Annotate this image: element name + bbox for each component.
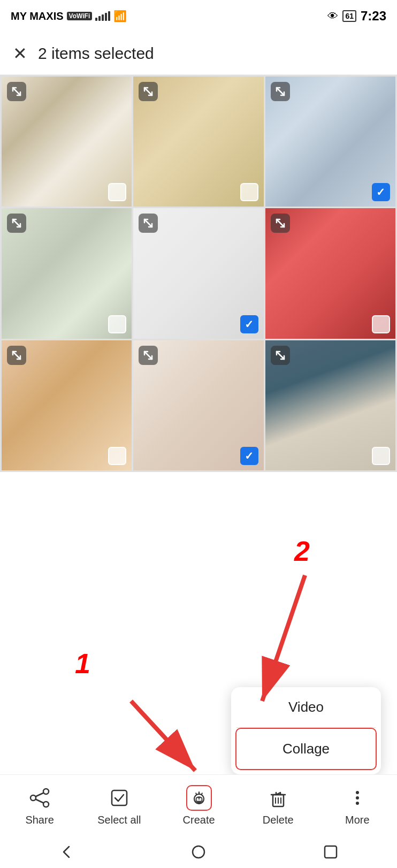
battery-icon: 61 <box>342 10 356 22</box>
carrier-name: MY MAXIS <box>11 10 64 22</box>
photo-checkbox-9[interactable] <box>372 447 390 465</box>
more-icon <box>345 785 370 811</box>
photo-cell-9[interactable] <box>265 340 395 470</box>
photo-checkbox-3[interactable] <box>372 183 390 201</box>
expand-icon-6 <box>271 214 290 233</box>
vowifi-badge: VoWiFi <box>67 12 93 20</box>
svg-point-12 <box>43 789 49 794</box>
create-label: Create <box>183 814 215 826</box>
svg-line-0 <box>13 88 20 95</box>
share-label: Share <box>25 814 54 826</box>
back-button[interactable] <box>50 841 82 863</box>
eye-icon: 👁 <box>327 10 338 22</box>
recents-button[interactable] <box>315 841 347 863</box>
toolbar-more[interactable]: More <box>336 785 379 826</box>
photo-cell-5[interactable] <box>133 208 263 338</box>
toolbar-delete[interactable]: Delete <box>257 785 300 826</box>
photo-cell-3[interactable] <box>265 77 395 207</box>
status-bar: MY MAXIS VoWiFi 📶 👁 61 7:23 <box>0 0 397 32</box>
popup-video-item[interactable]: Video <box>231 687 381 727</box>
photo-cell-1[interactable] <box>2 77 132 207</box>
photo-checkbox-7[interactable] <box>108 447 126 465</box>
selection-header: ✕ 2 items selected <box>0 32 397 75</box>
svg-line-21 <box>201 793 202 794</box>
photo-checkbox-8[interactable] <box>240 447 258 465</box>
share-icon <box>27 785 52 811</box>
photo-grid <box>0 75 397 472</box>
svg-line-1 <box>144 88 152 95</box>
nav-bar <box>0 836 397 868</box>
empty-area <box>0 472 397 579</box>
delete-icon <box>265 785 291 811</box>
svg-point-37 <box>193 846 204 858</box>
expand-icon-9 <box>271 346 290 365</box>
expand-icon-2 <box>139 82 158 101</box>
photo-cell-8[interactable] <box>133 340 263 470</box>
photo-checkbox-2[interactable] <box>240 183 258 201</box>
expand-icon-4 <box>7 214 26 233</box>
photo-checkbox-4[interactable] <box>108 315 126 333</box>
toolbar-select-all[interactable]: Select all <box>97 785 141 826</box>
photo-cell-7[interactable] <box>2 340 132 470</box>
svg-line-3 <box>13 219 20 227</box>
svg-line-15 <box>36 793 44 796</box>
photo-checkbox-6[interactable] <box>372 315 390 333</box>
svg-rect-38 <box>325 846 337 858</box>
annotation-1: 1 <box>75 648 90 680</box>
svg-line-2 <box>277 88 284 95</box>
photo-checkbox-1[interactable] <box>108 183 126 201</box>
expand-icon-3 <box>271 82 290 101</box>
svg-rect-17 <box>112 790 127 805</box>
expand-icon-1 <box>7 82 26 101</box>
photo-cell-2[interactable] <box>133 77 263 207</box>
create-popup-menu: Video Collage <box>231 687 381 774</box>
svg-point-34 <box>356 791 359 794</box>
selection-count: 2 items selected <box>38 44 154 63</box>
bottom-toolbar: Share Select all <box>0 774 397 836</box>
popup-collage-item[interactable]: Collage <box>235 728 377 770</box>
expand-icon-8 <box>139 346 158 365</box>
svg-line-11 <box>262 575 305 701</box>
delete-label: Delete <box>263 814 294 826</box>
svg-line-20 <box>195 793 196 794</box>
svg-point-14 <box>30 795 36 801</box>
toolbar-create[interactable]: Create <box>178 785 220 826</box>
photo-cell-6[interactable] <box>265 208 395 338</box>
svg-line-5 <box>277 219 284 227</box>
toolbar-share[interactable]: Share <box>18 785 61 826</box>
create-icon <box>186 785 212 811</box>
svg-line-6 <box>13 352 20 359</box>
signal-icon <box>95 11 110 21</box>
svg-line-4 <box>144 219 152 227</box>
svg-point-13 <box>43 802 49 807</box>
expand-icon-5 <box>139 214 158 233</box>
select-all-icon <box>106 785 132 811</box>
svg-line-10 <box>131 701 195 771</box>
status-left: MY MAXIS VoWiFi 📶 <box>11 10 127 22</box>
close-button[interactable]: ✕ <box>13 45 27 62</box>
wifi-icon: 📶 <box>113 10 127 22</box>
select-all-label: Select all <box>97 814 141 826</box>
svg-line-8 <box>277 352 284 359</box>
photo-checkbox-5[interactable] <box>240 315 258 333</box>
time-display: 7:23 <box>361 9 386 24</box>
more-label: More <box>345 814 370 826</box>
svg-point-36 <box>356 802 359 805</box>
status-right: 👁 61 7:23 <box>327 9 386 24</box>
svg-line-16 <box>36 799 44 803</box>
home-button[interactable] <box>182 841 215 863</box>
expand-icon-7 <box>7 346 26 365</box>
annotation-2: 2 <box>294 535 310 567</box>
svg-line-7 <box>144 352 152 359</box>
svg-point-35 <box>356 796 359 800</box>
photo-cell-4[interactable] <box>2 208 132 338</box>
